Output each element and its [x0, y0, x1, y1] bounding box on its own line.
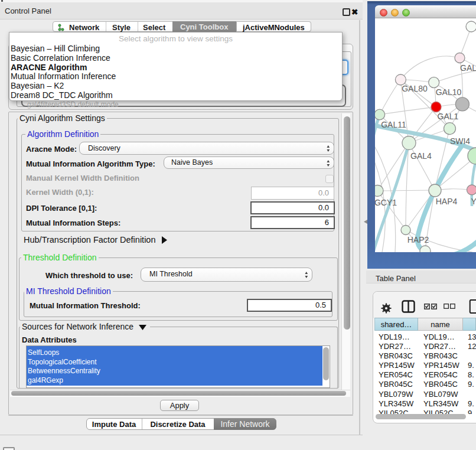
svg-text:GAL4: GAL4 — [410, 151, 432, 161]
svg-text:GAL11: GAL11 — [381, 120, 406, 129]
svg-text:GAL10: GAL10 — [436, 87, 462, 97]
svg-text:GAL7: GAL7 — [460, 63, 476, 73]
svg-text:SWI4: SWI4 — [450, 136, 470, 146]
svg-text:GCY1: GCY1 — [375, 198, 397, 207]
svg-text:YE: YE — [471, 197, 476, 206]
svg-text:GAL1: GAL1 — [438, 112, 459, 121]
svg-text:HAP4: HAP4 — [436, 197, 458, 206]
svg-text:HAP2: HAP2 — [407, 235, 429, 244]
svg-text:GAL80: GAL80 — [402, 84, 428, 93]
